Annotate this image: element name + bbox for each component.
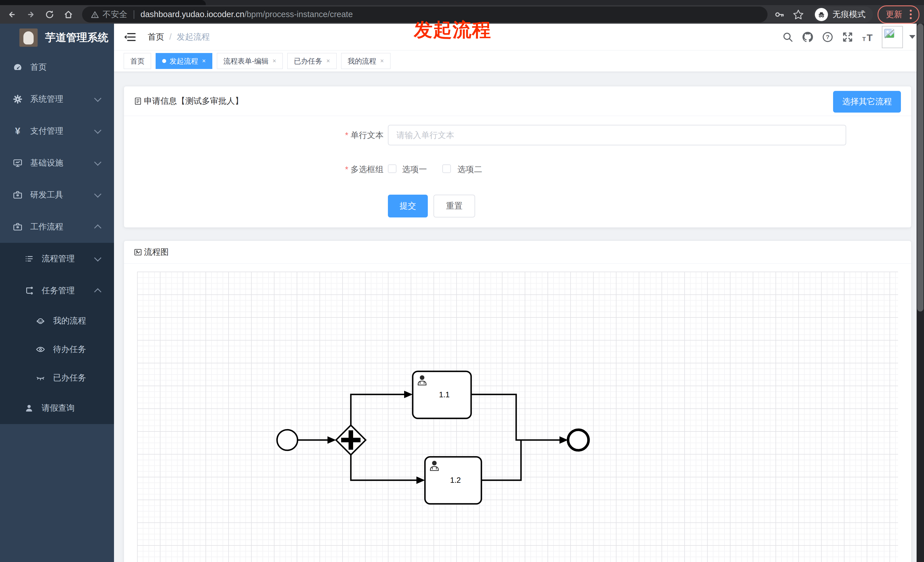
gear-icon (12, 94, 23, 104)
text-field-label: *单行文本 (124, 130, 384, 141)
forward-icon (24, 8, 37, 21)
required-asterisk: * (345, 130, 348, 139)
sidebar-item-todo-tasks[interactable]: 待办任务 (0, 335, 114, 364)
bpmn-diagram: 1.1 1.2 (137, 271, 898, 562)
browser-menu-icon[interactable] (908, 9, 914, 20)
url-path: /bpm/process-instance/create (244, 10, 352, 19)
key-icon (773, 8, 786, 21)
search-button[interactable] (780, 29, 796, 45)
required-asterisk: * (345, 165, 348, 174)
incognito-icon (815, 8, 828, 21)
flow-task1-to-end (471, 394, 566, 440)
sidebar-item-payment[interactable]: ¥ 支付管理 (0, 115, 114, 147)
tag-label: 流程表单-编辑 (224, 57, 268, 66)
tag-create-process[interactable]: 发起流程 × (156, 53, 212, 69)
tag-label: 已办任务 (294, 57, 322, 66)
tag-my-process[interactable]: 我的流程 × (341, 53, 390, 69)
sidebar-item-workflow[interactable]: 工作流程 (0, 211, 114, 243)
page-content: 申请信息【测试多审批人】 选择其它流程 *单行文本 *多选框组 选项一 选项二 … (114, 72, 924, 562)
collapse-sidebar-button[interactable] (124, 32, 136, 42)
incognito-badge: 无痕模式 (813, 6, 873, 22)
sidebar-item-leave-query[interactable]: 请假查询 (0, 392, 114, 424)
tag-label: 发起流程 (170, 57, 198, 66)
home-button[interactable] (62, 8, 75, 21)
single-line-text-input[interactable] (388, 125, 846, 145)
diagram-card-title-text: 流程图 (144, 247, 169, 258)
close-icon[interactable]: × (273, 57, 276, 65)
checkbox-option2-label[interactable]: 选项二 (458, 164, 482, 175)
workflow-submenu: 流程管理 任务管理 我的流程 待办任务 (0, 243, 114, 424)
checkbox-option1-label[interactable]: 选项一 (402, 164, 427, 175)
chevron-down-icon (94, 127, 101, 134)
breadcrumb: 首页 / 发起流程 (148, 31, 210, 43)
tag-home[interactable]: 首页 (124, 53, 151, 69)
fullscreen-button[interactable] (840, 29, 856, 45)
help-button[interactable]: ? (820, 29, 836, 45)
bookmark-star-button[interactable] (792, 8, 805, 21)
avatar[interactable] (882, 26, 903, 48)
update-button[interactable]: 更新 (878, 5, 920, 24)
sidebar-item-infrastructure[interactable]: 基础设施 (0, 147, 114, 179)
close-icon[interactable]: × (202, 57, 206, 65)
update-label: 更新 (886, 9, 902, 20)
route-icon (24, 286, 34, 296)
broken-image-icon (884, 28, 895, 39)
sidebar-item-label: 研发工具 (30, 189, 63, 201)
svg-text:?: ? (826, 34, 830, 40)
checkbox-option2[interactable] (442, 165, 451, 173)
sidebar: 芋道管理系统 首页 系统管理 ¥ 支付管理 基础设施 (0, 24, 114, 562)
reload-button[interactable] (43, 8, 56, 21)
github-button[interactable] (800, 29, 816, 45)
navbar-right-tools: ? TT (776, 26, 915, 48)
close-icon[interactable]: × (380, 57, 384, 65)
sidebar-item-task-management[interactable]: 任务管理 (0, 275, 114, 307)
sidebar-item-home[interactable]: 首页 (0, 51, 114, 83)
apply-card-header: 申请信息【测试多审批人】 选择其它流程 (124, 86, 911, 116)
sidebar-item-label: 我的流程 (53, 315, 86, 327)
reset-button[interactable]: 重置 (434, 195, 475, 217)
scrollbar-thumb[interactable] (917, 24, 923, 312)
sidebar-item-label: 流程管理 (42, 253, 75, 264)
app-title: 芋道管理系统 (45, 30, 108, 45)
submit-button[interactable]: 提交 (388, 195, 428, 217)
forward-button[interactable] (24, 8, 38, 21)
search-icon (782, 31, 794, 43)
logo-avatar (20, 28, 38, 47)
top-navbar: 首页 / 发起流程 ? TT (114, 24, 924, 51)
tag-form-edit[interactable]: 流程表单-编辑 × (217, 53, 283, 69)
sidebar-item-dev-tools[interactable]: 研发工具 (0, 179, 114, 211)
sidebar-item-process-management[interactable]: 流程管理 (0, 243, 114, 275)
checkbox-option1[interactable] (388, 165, 396, 173)
star-icon (792, 8, 805, 21)
page-scrollbar[interactable] (916, 24, 924, 562)
font-size-button[interactable]: TT (860, 29, 876, 45)
document-icon (134, 97, 142, 105)
incognito-label: 无痕模式 (832, 9, 866, 20)
github-icon (801, 31, 814, 43)
app-logo[interactable]: 芋道管理系统 (0, 24, 114, 51)
checkbox-group-label: *多选框组 (124, 164, 384, 175)
tag-label: 我的流程 (348, 57, 376, 66)
user-task-1-2: 1.2 (425, 457, 482, 504)
briefcase-icon (12, 222, 23, 232)
sidebar-item-system[interactable]: 系统管理 (0, 83, 114, 115)
chevron-up-icon (94, 224, 101, 231)
sidebar-item-done-tasks[interactable]: 已办任务 (0, 364, 114, 392)
sidebar-item-label: 工作流程 (30, 221, 63, 232)
sidebar-item-label: 待办任务 (53, 344, 86, 355)
password-key-button[interactable] (772, 8, 786, 21)
avatar-caret-icon[interactable] (909, 35, 915, 39)
svg-text:T: T (862, 36, 866, 42)
bpmn-canvas[interactable]: 1.1 1.2 (137, 271, 898, 562)
diagram-card-title: 流程图 (134, 247, 169, 258)
tag-done-tasks[interactable]: 已办任务 × (287, 53, 337, 69)
select-other-process-button[interactable]: 选择其它流程 (833, 91, 901, 112)
close-icon[interactable]: × (326, 57, 330, 65)
sidebar-item-label: 支付管理 (30, 125, 63, 137)
back-button[interactable] (5, 8, 19, 21)
dashboard-icon (12, 62, 23, 72)
chrome-right-controls: 无痕模式 更新 (768, 5, 920, 24)
home-icon (62, 8, 75, 21)
sidebar-item-my-process[interactable]: 我的流程 (0, 307, 114, 335)
breadcrumb-home[interactable]: 首页 (148, 31, 164, 43)
